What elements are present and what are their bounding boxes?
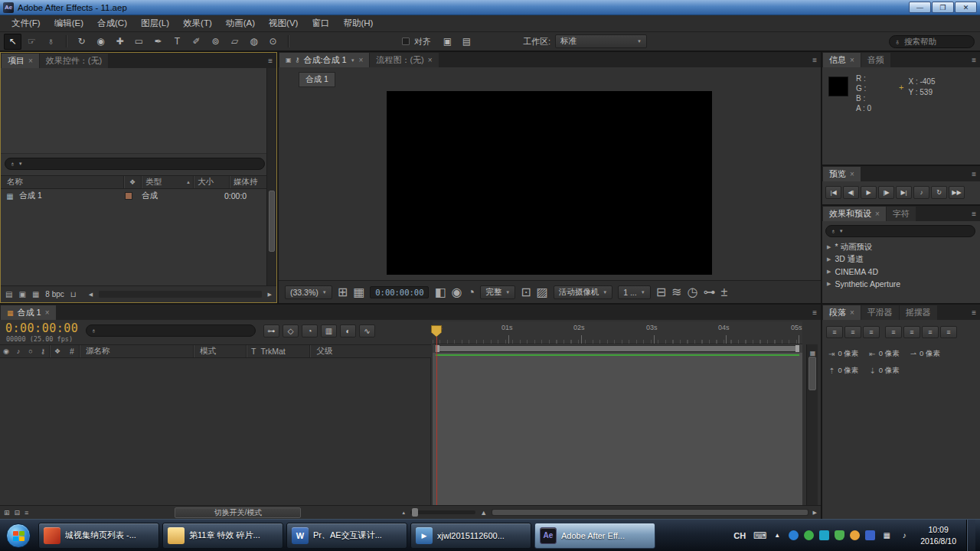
close-icon[interactable]: × [850, 308, 854, 317]
space-before-field[interactable]: ⇡ 0 像素 [828, 366, 858, 376]
menu-composition[interactable]: 合成(C) [90, 15, 134, 31]
tab-wiggler[interactable]: 摇摆器 [900, 305, 937, 320]
scroll-left-icon[interactable]: ◀ [89, 292, 93, 298]
viewer-comp-chip[interactable]: 合成 1 [299, 72, 335, 87]
fast-previews-icon[interactable]: ≋ [671, 285, 681, 299]
color-depth-label[interactable]: 8 bpc [45, 290, 64, 298]
first-line-indent-field[interactable]: ⇀ 0 像素 [910, 349, 940, 359]
taskbar-button-folder[interactable]: 第11章 特效 碎片... [162, 523, 283, 549]
close-icon[interactable]: × [850, 56, 854, 64]
shield-icon[interactable] [835, 530, 844, 540]
zoom-out-mountain-icon[interactable]: ▲ [401, 510, 406, 515]
expander-icon[interactable]: ▶ [827, 256, 831, 262]
menu-animation[interactable]: 动画(A) [219, 15, 262, 31]
audio-toggle-button[interactable]: ♪ [913, 186, 929, 199]
indent-left-field[interactable]: ⇥ 0 像素 [828, 349, 858, 359]
scroll-right-icon[interactable]: ▶ [268, 292, 272, 298]
composition-viewport[interactable] [387, 91, 712, 275]
ime-language-indicator[interactable]: CH [731, 530, 748, 542]
timeline-zoom-slider[interactable] [410, 510, 475, 514]
tab-effects-presets[interactable]: 效果和预设 × [823, 207, 886, 221]
transparency-grid-icon[interactable]: ▨ [537, 285, 548, 299]
tab-audio[interactable]: 音频 [861, 53, 890, 67]
taskbar-button-word-doc[interactable]: W Pr、AE交互课计... [286, 523, 407, 549]
tray-app-icon-1[interactable] [789, 530, 799, 540]
zoom-tool-icon[interactable]: ♁ [42, 34, 60, 50]
show-snapshot-icon[interactable]: ◉ [452, 285, 462, 299]
comp-mini-flowchart-icon[interactable]: ⊶ [263, 324, 279, 337]
tab-smoother[interactable]: 平滑器 [861, 305, 899, 320]
tab-preview[interactable]: 预览 × [823, 167, 861, 181]
grid-icon[interactable]: ▦ [353, 285, 364, 299]
close-icon[interactable]: × [850, 170, 854, 178]
timeline-button-icon[interactable]: ◷ [687, 285, 697, 299]
taskbar-button-after-effects[interactable]: Ae Adobe After Eff... [534, 523, 655, 549]
region-of-interest-icon[interactable]: ⊡ [521, 285, 531, 299]
roto-brush-tool-icon[interactable]: ◍ [245, 34, 263, 50]
work-area-bar[interactable] [433, 344, 802, 353]
current-timecode[interactable]: 0:00:00:00 [5, 321, 78, 335]
timeline-horizontal-scrollbar[interactable] [492, 509, 808, 516]
clone-stamp-tool-icon[interactable]: ⊚ [207, 34, 224, 50]
tab-info[interactable]: 信息 × [823, 53, 861, 67]
align-left-button[interactable]: ≡ [826, 326, 843, 338]
camera-tool-icon[interactable]: ◉ [92, 34, 109, 50]
last-frame-button[interactable]: ▶| [896, 186, 912, 199]
project-vertical-scrollbar[interactable] [266, 68, 276, 285]
expander-icon[interactable]: ▶ [827, 244, 831, 250]
space-after-field[interactable]: ⇣ 0 像素 [869, 366, 899, 376]
hide-shy-layers-icon[interactable]: ◔ [302, 324, 318, 337]
tab-character[interactable]: 字符 [887, 207, 916, 221]
new-folder-icon[interactable]: ▣ [18, 290, 25, 298]
tab-paragraph[interactable]: 段落 × [823, 305, 861, 320]
close-icon[interactable]: × [45, 308, 50, 317]
tray-app-icon-2[interactable] [804, 530, 814, 540]
show-desktop-button[interactable] [966, 520, 975, 551]
flowchart-button-icon[interactable]: ⊶ [703, 285, 715, 299]
tab-composition-viewer[interactable]: ▣ ⚷ 合成:合成 1 ▼ × [279, 53, 369, 67]
minimize-button[interactable]: — [909, 2, 931, 13]
workspace-dropdown[interactable]: 标准 ▼ [555, 34, 647, 48]
panel-menu-icon[interactable]: ≡ [972, 56, 976, 64]
motion-blur-icon[interactable]: ◐ [340, 324, 356, 337]
eraser-tool-icon[interactable]: ▱ [226, 34, 243, 50]
layer-column-header[interactable]: ◉ ♪ ○ ⚷ ❖ # 源名称 模式 T TrkMat 父级 [0, 344, 431, 358]
lock-icon[interactable]: ⚷ [296, 57, 300, 64]
type-tool-icon[interactable]: T [168, 34, 186, 50]
help-search-input[interactable] [904, 37, 969, 46]
pen-tool-icon[interactable]: ✒ [149, 34, 167, 50]
work-area-end-handle[interactable] [795, 345, 799, 352]
layer-list-area[interactable] [0, 358, 431, 505]
next-frame-button[interactable]: |▶ [878, 186, 894, 199]
expand-transfer-controls-icon[interactable]: ⊟ [15, 509, 21, 517]
menu-help[interactable]: 帮助(H) [336, 15, 380, 31]
magnification-dropdown[interactable]: (33.3%) ▼ [285, 285, 332, 299]
align-right-button[interactable]: ≡ [863, 326, 880, 338]
puppet-pin-tool-icon[interactable]: ⊙ [264, 34, 282, 50]
exposure-icon[interactable]: ± [720, 285, 727, 299]
maximize-button[interactable]: ❐ [932, 2, 954, 13]
close-icon[interactable]: × [875, 210, 880, 218]
close-icon[interactable]: × [28, 57, 33, 65]
panel-menu-icon[interactable]: ≡ [972, 210, 976, 218]
justify-all-button[interactable]: ≡ [940, 326, 957, 338]
network-icon[interactable]: ▦ [880, 530, 893, 542]
show-channel-icon[interactable]: ◔ [468, 285, 475, 299]
list-item-animation-presets[interactable]: ▶ * 动画预设 [822, 241, 980, 253]
timeline-search-input[interactable] [100, 327, 250, 335]
rotation-tool-icon[interactable]: ↻ [73, 34, 90, 50]
menu-layer[interactable]: 图层(L) [134, 15, 176, 31]
overlap-squares-icon[interactable]: ▣ [439, 34, 456, 50]
play-button[interactable]: ▶ [861, 186, 877, 199]
taskbar-button-browser[interactable]: 城视集纳页列表 -... [38, 523, 159, 549]
loop-button[interactable]: ↻ [931, 186, 947, 199]
panel-menu-icon[interactable]: ≡ [972, 308, 976, 317]
first-frame-button[interactable]: |◀ [825, 186, 841, 199]
snapshot-icon[interactable]: ◧ [434, 285, 446, 299]
start-button[interactable] [6, 523, 31, 548]
list-item-3d-channel[interactable]: ▶ 3D 通道 [822, 253, 980, 266]
project-column-header[interactable]: 名称 ❖ 类型 ▲ 大小 媒体持 [1, 175, 267, 189]
keyboard-icon[interactable]: ⌨ [753, 530, 766, 542]
track-area[interactable] [433, 353, 802, 505]
taskbar-button-media-file[interactable]: ▶ xjwl2015112600... [410, 523, 531, 549]
